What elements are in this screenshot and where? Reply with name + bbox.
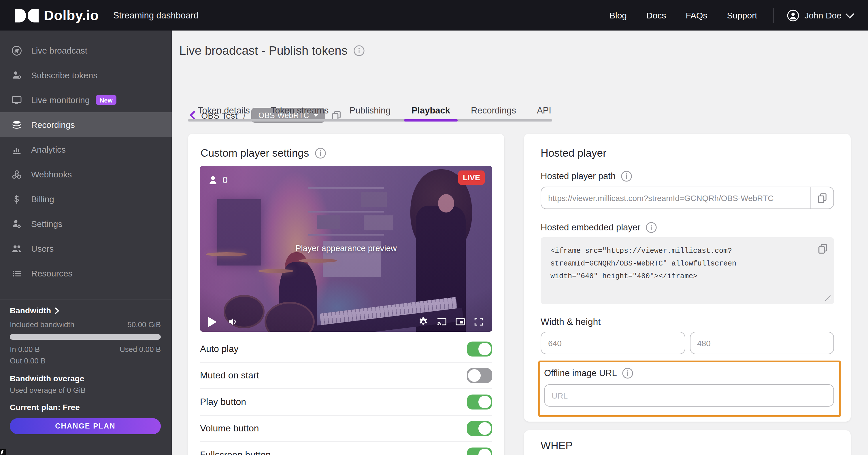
sidebar-item-recordings[interactable]: Recordings [0, 112, 172, 137]
width-input[interactable] [541, 332, 684, 354]
muted-on-start-toggle[interactable] [467, 368, 492, 383]
streaming-dashboard: Dolby.io Streaming dashboard Blog Docs F… [0, 0, 868, 455]
sidebar-item-settings[interactable]: Settings [0, 212, 172, 236]
resize-handle[interactable] [825, 295, 831, 301]
offline-image-url-label: Offline image URL [544, 367, 634, 379]
page-title-info-icon[interactable] [353, 45, 365, 57]
bandwidth-in: In 0.00 B [10, 345, 40, 354]
sidebar-item-resources[interactable]: Resources [0, 261, 172, 286]
header-nav: Blog Docs FAQs Support [610, 10, 757, 20]
nav-support[interactable]: Support [727, 10, 757, 20]
settings-icon [11, 218, 23, 229]
play-button-toggle[interactable] [467, 394, 492, 410]
toggle-row-play-button: Play button [200, 389, 492, 416]
toggle-row-volume-button: Volume button [200, 416, 492, 442]
viewer-count-badge: 0 [209, 175, 228, 186]
fullscreen-icon[interactable] [473, 316, 484, 327]
user-name: John Doe [805, 10, 841, 20]
picture-in-picture-icon[interactable] [455, 316, 466, 327]
auto-play-toggle[interactable] [467, 342, 492, 357]
token-tabs: Token details Token streams Publishing P… [198, 105, 551, 116]
cast-icon[interactable] [436, 316, 447, 327]
bandwidth-overage-title: Bandwidth overage [10, 374, 161, 383]
embed-code-box: <iframe src="https://viewer.millicast.co… [540, 237, 834, 304]
resources-icon [11, 267, 23, 279]
sidebar-item-live-monitoring[interactable]: Live monitoring New [0, 88, 172, 112]
toggle-row-muted-on-start: Muted on start [200, 363, 492, 389]
product-title: Streaming dashboard [113, 10, 198, 21]
sidebar-item-webhooks[interactable]: Webhooks [0, 162, 172, 187]
width-height-label: Width & height [540, 317, 600, 327]
webhooks-icon [11, 168, 23, 180]
width-field [540, 332, 685, 354]
sidebar-item-live-broadcast[interactable]: Live broadcast [0, 38, 172, 63]
dolby-logo-icon[interactable] [15, 8, 39, 22]
tab-recordings[interactable]: Recordings [471, 105, 516, 116]
nav-faqs[interactable]: FAQs [686, 10, 707, 20]
sidebar-item-subscribe-tokens[interactable]: Subscribe tokens [0, 63, 172, 88]
whep-card: WHEP [524, 430, 851, 455]
offline-image-url-field [544, 384, 834, 407]
brand-name[interactable]: Dolby.io [44, 7, 99, 23]
copy-embed-icon[interactable] [817, 243, 828, 254]
player-settings-info-icon[interactable] [315, 148, 326, 159]
broadcast-icon [11, 45, 23, 56]
recordings-icon [11, 119, 23, 130]
offline-image-highlight-box: Offline image URL [538, 361, 841, 417]
fullscreen-button-toggle[interactable] [467, 448, 492, 455]
header-divider [773, 8, 774, 23]
sidebar-item-billing[interactable]: Billing [0, 187, 172, 212]
toggle-row-auto-play: Auto play [200, 336, 492, 363]
billing-icon [11, 193, 23, 205]
nav-blog[interactable]: Blog [610, 10, 627, 20]
monitor-icon [11, 94, 23, 106]
hosted-embedded-player-label: Hosted embedded player [540, 222, 657, 233]
bandwidth-progressbar [10, 334, 161, 340]
chevron-right-icon [55, 307, 59, 314]
top-header: Dolby.io Streaming dashboard Blog Docs F… [0, 0, 868, 31]
height-input[interactable] [690, 332, 833, 354]
included-bandwidth-label: Included bandwidth [10, 320, 74, 329]
hosted-player-card: Hosted player Hosted player path Hosted … [524, 134, 851, 422]
sidebar-item-analytics[interactable]: Analytics [0, 137, 172, 162]
screenshot-artifact [0, 449, 6, 455]
copy-path-icon[interactable] [811, 192, 833, 203]
bandwidth-overage-detail: Used overage of 0 GiB [10, 386, 161, 394]
hosted-player-path-info-icon[interactable] [621, 170, 632, 182]
tab-token-streams[interactable]: Token streams [271, 105, 329, 116]
play-icon[interactable] [208, 317, 217, 327]
hosted-embedded-player-info-icon[interactable] [646, 222, 657, 233]
hosted-player-path-field [540, 187, 834, 209]
gear-icon[interactable] [418, 316, 429, 327]
hosted-player-path-input[interactable] [541, 187, 810, 208]
volume-icon[interactable] [227, 316, 238, 327]
sidebar-divider [0, 299, 172, 300]
bandwidth-out: Out 0.00 B [10, 357, 161, 365]
tab-api[interactable]: API [537, 105, 551, 116]
sidebar-item-users[interactable]: Users [0, 236, 172, 261]
change-plan-button[interactable]: CHANGE PLAN [10, 418, 161, 434]
offline-image-url-info-icon[interactable] [622, 367, 634, 379]
viewer-count: 0 [222, 175, 228, 186]
tab-token-details[interactable]: Token details [198, 105, 250, 116]
avatar-icon [787, 9, 799, 22]
embed-code-textarea[interactable]: <iframe src="https://viewer.millicast.co… [549, 244, 813, 299]
chevron-left-icon[interactable] [189, 110, 195, 120]
bandwidth-panel: Bandwidth Included bandwidth 50.00 GiB I… [10, 306, 161, 434]
viewer-icon [209, 176, 217, 185]
custom-player-settings-card: Custom player settings [188, 134, 504, 455]
new-badge: New [95, 95, 117, 105]
player-card-title: Custom player settings [200, 147, 326, 160]
offline-image-url-input[interactable] [545, 385, 833, 406]
chevron-down-icon [845, 9, 854, 19]
tab-publishing[interactable]: Publishing [349, 105, 391, 116]
volume-button-toggle[interactable] [467, 421, 492, 436]
user-menu[interactable]: John Doe [787, 9, 853, 22]
bandwidth-link[interactable]: Bandwidth [10, 306, 161, 315]
player-preview-overlay-text: Player appearance preview [200, 243, 492, 253]
tab-playback[interactable]: Playback [411, 105, 450, 116]
hosted-player-path-label: Hosted player path [540, 170, 632, 182]
main-content: Live broadcast - Publish tokens OBS Test… [172, 31, 868, 455]
toggle-row-fullscreen-button: Fullscreen button [200, 442, 492, 455]
nav-docs[interactable]: Docs [646, 10, 666, 20]
